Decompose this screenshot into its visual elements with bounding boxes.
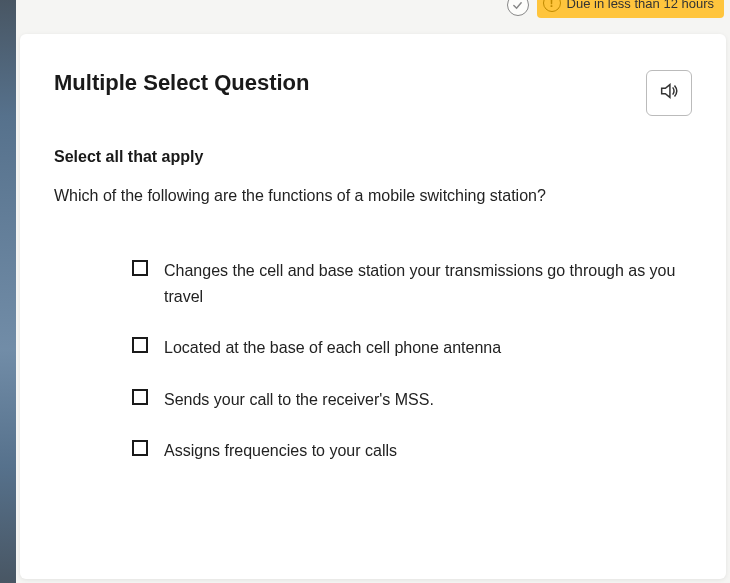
option-text: Changes the cell and base station your t… <box>164 258 682 309</box>
warning-glyph: ! <box>550 0 554 10</box>
question-type-label: Multiple Select Question <box>54 70 309 96</box>
due-warning-badge: ! Due in less than 12 hours <box>537 0 724 18</box>
card-header: Multiple Select Question <box>54 70 692 116</box>
instruction-text: Select all that apply <box>54 148 692 166</box>
checkbox[interactable] <box>132 337 148 353</box>
left-decorative-strip <box>0 0 16 583</box>
option-text: Located at the base of each cell phone a… <box>164 335 501 361</box>
question-card: Multiple Select Question Select all that… <box>20 34 726 579</box>
check-circle-icon[interactable] <box>507 0 529 16</box>
speaker-icon <box>658 80 680 106</box>
question-prompt: Which of the following are the functions… <box>54 184 692 208</box>
option-row[interactable]: Changes the cell and base station your t… <box>132 258 682 309</box>
warning-icon: ! <box>543 0 561 12</box>
option-text: Assigns frequencies to your calls <box>164 438 397 464</box>
audio-button[interactable] <box>646 70 692 116</box>
option-row[interactable]: Assigns frequencies to your calls <box>132 438 682 464</box>
option-text: Sends your call to the receiver's MSS. <box>164 387 434 413</box>
option-row[interactable]: Sends your call to the receiver's MSS. <box>132 387 682 413</box>
checkbox[interactable] <box>132 260 148 276</box>
option-row[interactable]: Located at the base of each cell phone a… <box>132 335 682 361</box>
top-status-bar: ! Due in less than 12 hours <box>507 0 730 28</box>
options-list: Changes the cell and base station your t… <box>54 258 692 464</box>
checkbox[interactable] <box>132 389 148 405</box>
checkbox[interactable] <box>132 440 148 456</box>
due-text: Due in less than 12 hours <box>567 0 714 11</box>
